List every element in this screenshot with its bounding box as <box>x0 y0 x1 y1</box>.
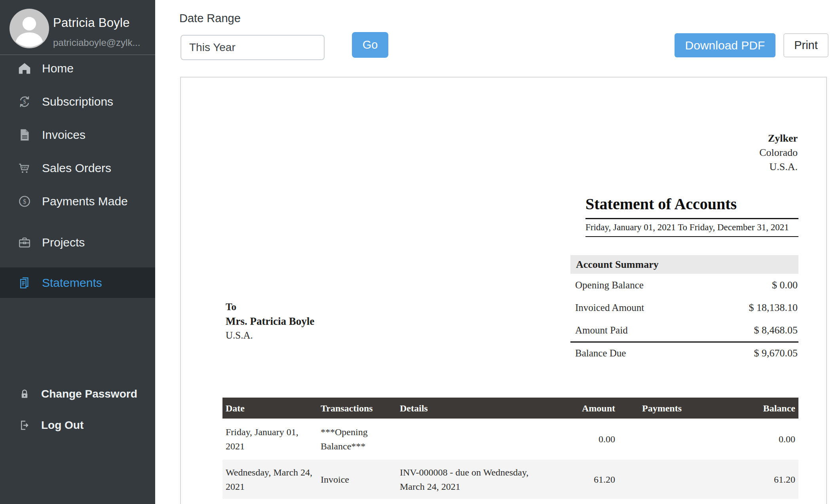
statements-icon <box>17 276 32 290</box>
svg-text:$: $ <box>23 198 26 205</box>
summary-row: Invoiced Amount $ 18,138.10 <box>570 296 798 319</box>
column-header-details: Details <box>397 401 545 415</box>
sidebar-item-home[interactable]: Home <box>0 52 155 85</box>
table-row: Wednesday, March 24, 2021 Invoice INV-00… <box>222 460 798 499</box>
summary-label: Amount Paid <box>575 325 628 336</box>
person-icon <box>10 9 49 48</box>
home-icon <box>17 61 32 76</box>
recipient-block: To Mrs. Patricia Boyle U.S.A. <box>226 300 314 343</box>
statement-title-block: Statement of Accounts Friday, January 01… <box>585 195 798 237</box>
subscriptions-icon: $ <box>17 95 32 109</box>
cell-balance: 61.20 <box>685 472 798 487</box>
company-country: U.S.A. <box>759 160 798 174</box>
recipient-country: U.S.A. <box>226 328 314 343</box>
date-range-label: Date Range <box>179 12 241 25</box>
recipient-name: Mrs. Patricia Boyle <box>226 314 314 328</box>
sidebar-item-projects[interactable]: Projects <box>0 226 155 259</box>
payments-made-icon: $ <box>17 194 32 208</box>
sidebar-item-label: Statements <box>42 276 102 290</box>
sales-orders-icon <box>17 161 32 175</box>
summary-row: Amount Paid $ 8,468.05 <box>570 319 798 341</box>
svg-text:$: $ <box>23 99 26 105</box>
sidebar-item-statements[interactable]: Statements <box>0 267 155 298</box>
go-button[interactable]: Go <box>352 32 388 58</box>
transactions-table: Date Transactions Details Amount Payment… <box>222 398 798 499</box>
statements-page: Patricia Boyle patriciaboyle@zylk... Hom… <box>0 0 840 504</box>
summary-value: $ 9,670.05 <box>754 347 798 359</box>
cell-date: Friday, January 01, 2021 <box>222 425 317 453</box>
cell-details: INV-000008 - due on Wednesday, March 24,… <box>397 465 545 494</box>
sidebar-item-label: Invoices <box>42 128 86 142</box>
sidebar-item-invoices[interactable]: Invoices <box>0 118 155 152</box>
sidebar-item-label: Projects <box>42 236 85 249</box>
sidebar-item-label: Sales Orders <box>42 161 111 175</box>
statement-period: Friday, January 01, 2021 To Friday, Dece… <box>585 219 798 237</box>
print-button[interactable]: Print <box>783 33 829 57</box>
table-row: Friday, January 01, 2021 ***Opening Bala… <box>222 419 798 460</box>
avatar <box>10 9 49 48</box>
sidebar-item-sales-orders[interactable]: Sales Orders <box>0 152 155 185</box>
summary-label: Opening Balance <box>575 280 644 291</box>
company-name: Zylker <box>759 131 798 146</box>
column-header-amount: Amount <box>545 401 618 415</box>
cell-date: Wednesday, March 24, 2021 <box>222 465 317 494</box>
sidebar-item-log-out[interactable]: Log Out <box>0 409 155 442</box>
company-region: Colorado <box>759 146 798 160</box>
logout-icon <box>18 419 31 432</box>
summary-row: Opening Balance $ 0.00 <box>570 274 798 296</box>
download-pdf-button[interactable]: Download PDF <box>675 33 775 57</box>
sidebar-item-label: Subscriptions <box>42 95 113 108</box>
cell-transaction: Invoice <box>317 472 397 487</box>
summary-value: $ 18,138.10 <box>749 302 798 314</box>
sidebar-item-payments-made[interactable]: $ Payments Made <box>0 185 155 218</box>
statement-title: Statement of Accounts <box>585 195 798 219</box>
balance-due-row: Balance Due $ 9,670.05 <box>570 341 798 364</box>
sidebar-item-change-password[interactable]: Change Password <box>0 377 155 411</box>
date-range-input[interactable] <box>181 35 325 60</box>
statement-document: Zylker Colorado U.S.A. Statement of Acco… <box>180 77 827 504</box>
cell-balance: 0.00 <box>685 432 798 446</box>
account-summary: Account Summary Opening Balance $ 0.00 I… <box>570 255 798 364</box>
column-header-balance: Balance <box>685 401 798 415</box>
sidebar-item-label: Home <box>42 62 74 75</box>
column-header-transactions: Transactions <box>317 401 397 415</box>
column-header-date: Date <box>222 401 317 415</box>
to-label: To <box>226 300 314 314</box>
transactions-header-row: Date Transactions Details Amount Payment… <box>222 398 798 419</box>
summary-value: $ 0.00 <box>772 279 798 291</box>
sidebar-item-subscriptions[interactable]: $ Subscriptions <box>0 85 155 118</box>
sidebar-item-label: Payments Made <box>42 195 128 208</box>
summary-value: $ 8,468.05 <box>754 324 798 336</box>
account-summary-title: Account Summary <box>570 255 798 274</box>
user-name: Patricia Boyle <box>53 16 130 30</box>
projects-icon <box>17 235 32 250</box>
invoices-icon <box>17 128 32 142</box>
sidebar-item-label: Change Password <box>41 388 137 400</box>
company-address: Zylker Colorado U.S.A. <box>759 131 798 174</box>
cell-amount: 0.00 <box>545 432 618 446</box>
sidebar: Patricia Boyle patriciaboyle@zylk... Hom… <box>0 0 155 504</box>
sidebar-item-label: Log Out <box>41 419 84 432</box>
summary-label: Invoiced Amount <box>575 302 644 313</box>
summary-label: Balance Due <box>575 348 626 359</box>
lock-icon <box>18 388 31 400</box>
user-email: patriciaboyle@zylk... <box>53 37 140 48</box>
cell-amount: 61.20 <box>545 472 618 487</box>
column-header-payments: Payments <box>618 401 685 415</box>
cell-transaction: ***Opening Balance*** <box>317 425 397 453</box>
